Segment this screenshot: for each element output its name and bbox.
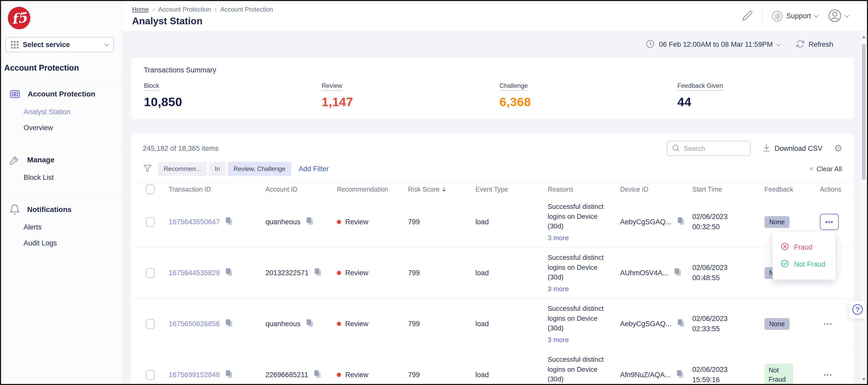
filter-operator-chip[interactable]: In [209, 162, 226, 176]
select-all-checkbox[interactable] [146, 185, 155, 194]
recommendation: Review [345, 218, 369, 226]
transaction-id-link[interactable]: 1675644535829 [169, 269, 220, 277]
support-label: Support [786, 12, 811, 20]
copy-icon[interactable] [676, 369, 684, 381]
copy-icon[interactable] [224, 318, 233, 330]
metric-label-block[interactable]: Block [144, 82, 159, 90]
copy-icon[interactable] [676, 318, 685, 330]
content: 06 Feb 12:00AM to 08 Mar 11:59PM Refresh… [123, 31, 867, 384]
table-toolbar: 245,182 of 18,365 items [131, 141, 854, 156]
nav-group-label: Manage [27, 156, 54, 164]
reason-text: Successful distinct logins on Device (30… [548, 253, 611, 282]
copy-icon[interactable] [313, 267, 322, 279]
clear-all-button[interactable]: × Clear All [809, 165, 842, 173]
filter-field-chip[interactable]: Recommen... [158, 162, 207, 176]
service-selector[interactable]: Select service [5, 37, 114, 52]
metric-label-feedback-given[interactable]: Feedback Given [677, 82, 723, 90]
reason-text: Successful distinct logins on Device (30… [548, 202, 611, 231]
metric-label-review[interactable]: Review [322, 82, 342, 90]
copy-icon[interactable] [224, 216, 233, 228]
sidebar-item-audit-logs[interactable]: Audit Logs [24, 239, 122, 247]
sidebar-item-alerts[interactable]: Alerts [24, 223, 122, 231]
scroll-down-icon[interactable] [862, 378, 866, 381]
menu-item-fraud[interactable]: Fraud [773, 239, 835, 256]
copy-icon[interactable] [224, 369, 233, 381]
device-id: AebyCgSGAQ... [620, 218, 672, 226]
sidebar-item-notifications[interactable]: Notifications [1, 204, 122, 215]
row-actions-button[interactable]: ••• [820, 368, 836, 381]
vertical-scrollbar[interactable] [860, 32, 867, 384]
add-filter-button[interactable]: Add Filter [299, 165, 329, 173]
transaction-id-link[interactable]: 1675650826856 [169, 320, 220, 328]
column-header-start-time[interactable]: Start Time [692, 186, 765, 193]
row-checkbox[interactable] [146, 370, 155, 380]
search-box[interactable] [667, 141, 751, 156]
copy-icon[interactable] [673, 267, 682, 279]
row-checkbox[interactable] [146, 319, 155, 329]
more-reasons-link[interactable]: 3 more [548, 285, 569, 293]
date-controls: 06 Feb 12:00AM to 08 Mar 11:59PM Refresh [131, 39, 833, 50]
row-actions-button[interactable]: ••• [820, 318, 836, 330]
column-header-transaction-id[interactable]: Transaction ID [169, 186, 266, 193]
sort-icon[interactable] [442, 187, 446, 192]
breadcrumb-home[interactable]: Home [132, 6, 149, 13]
start-date: 02/06/2023 [692, 364, 765, 375]
column-header-reasons[interactable]: Reasons [548, 186, 620, 193]
refresh-button[interactable]: Refresh [796, 39, 833, 50]
row-checkbox[interactable] [146, 268, 155, 278]
search-input[interactable] [684, 145, 744, 153]
transaction-id-link[interactable]: 1675699152848 [169, 371, 220, 379]
more-reasons-link[interactable]: 3 more [548, 234, 569, 242]
transactions-summary-card: Transactions Summary Block 10,850 Review… [131, 57, 854, 120]
breadcrumb-account-protection-2[interactable]: Account Protection [220, 6, 273, 13]
scroll-up-icon[interactable] [862, 36, 866, 38]
start-time: 00:32:50 [692, 222, 765, 232]
start-date: 02/06/2023 [692, 263, 765, 273]
edit-pencil-icon[interactable] [742, 10, 753, 22]
download-csv-label: Download CSV [775, 145, 823, 153]
copy-icon[interactable] [313, 369, 322, 381]
filter-value-chip[interactable]: Review, Challenge [228, 162, 291, 176]
sidebar-item-overview[interactable]: Overview [24, 124, 122, 132]
sidebar-item-analyst-station[interactable]: Analyst Station [24, 108, 122, 116]
funnel-icon [143, 164, 152, 174]
column-header-recommendation[interactable]: Recommendation [337, 186, 408, 193]
row-checkbox[interactable] [146, 217, 155, 227]
download-csv-button[interactable]: Download CSV [762, 143, 823, 153]
account-id: quanheous [266, 218, 301, 226]
column-header-feedback[interactable]: Feedback [765, 186, 820, 193]
nav-group-label: Account Protection [28, 90, 95, 98]
copy-icon[interactable] [224, 267, 233, 279]
help-button[interactable]: ? [849, 300, 866, 318]
copy-icon[interactable] [305, 318, 314, 330]
transaction-id-link[interactable]: 1675643550647 [169, 218, 220, 226]
sidebar-item-block-list[interactable]: Block List [24, 173, 122, 182]
nav-group-manage: Manage Block List [1, 147, 122, 188]
column-header-risk-score[interactable]: Risk Score [408, 186, 475, 193]
summary-title: Transactions Summary [144, 66, 841, 74]
more-reasons-link[interactable]: 3 more [548, 336, 569, 344]
breadcrumb-account-protection[interactable]: Account Protection [158, 6, 211, 13]
copy-icon[interactable] [305, 216, 314, 228]
gear-icon[interactable]: ⚙ [834, 144, 842, 153]
column-header-event-type[interactable]: Event Type [475, 186, 548, 193]
refresh-label: Refresh [808, 40, 833, 49]
risk-score: 799 [408, 320, 420, 328]
sidebar-item-account-protection[interactable]: Account Protection [1, 88, 122, 100]
support-menu[interactable]: @ Support [772, 11, 818, 22]
column-header-account-id[interactable]: Account ID [266, 186, 337, 193]
metric-label-challenge[interactable]: Challenge [499, 82, 528, 90]
copy-icon[interactable] [676, 216, 685, 228]
user-menu[interactable] [828, 8, 849, 24]
date-range-picker[interactable]: 06 Feb 12:00AM to 08 Mar 11:59PM [646, 39, 780, 50]
menu-item-label: Fraud [794, 243, 812, 251]
device-id: AebyCgSGAQ... [620, 320, 672, 328]
column-header-device-id[interactable]: Device ID [620, 186, 692, 193]
metric-challenge: Challenge 6,368 [499, 82, 677, 109]
row-actions-button[interactable]: ••• [820, 214, 839, 230]
sidebar-item-manage[interactable]: Manage [1, 154, 122, 166]
menu-item-not-fraud[interactable]: Not Fraud [773, 256, 835, 273]
chevron-down-icon [844, 13, 849, 18]
scrollbar-thumb[interactable] [862, 44, 866, 180]
metric-value-block: 10,850 [144, 95, 322, 109]
